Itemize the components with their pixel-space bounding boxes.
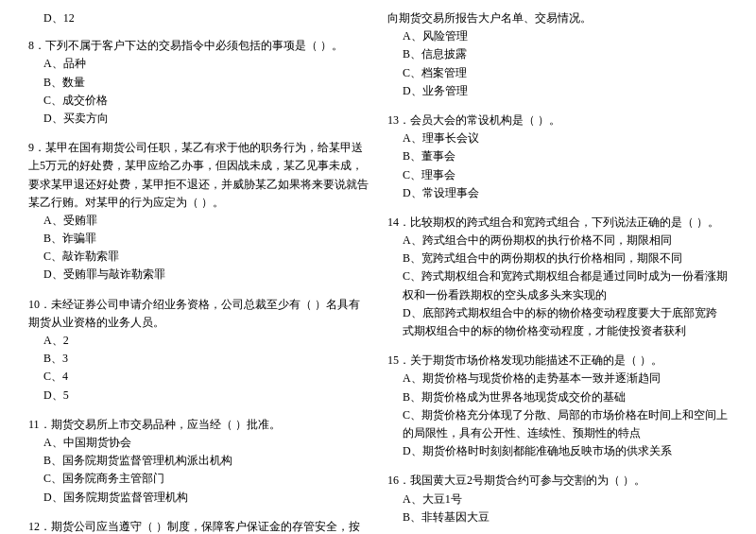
q10-opt-d: D、5 (28, 387, 369, 405)
q15-opt-b: B、期货价格成为世界各地现货成交价的基础 (387, 388, 728, 406)
q10-opt-c: C、4 (28, 368, 369, 386)
q8-text: 8．下列不属于客户下达的交易指令中必须包括的事项是（ ）。 (28, 37, 369, 55)
q15-text: 15．关于期货市场价格发现功能描述不正确的是（ ）。 (387, 352, 728, 370)
q8-opt-b: B、数量 (28, 74, 369, 92)
q12-opt-c: C、档案管理 (387, 64, 728, 82)
q16-text: 16．我国黄大豆2号期货合约可参与交割的为（ ）。 (387, 472, 728, 490)
q8-opt-a: A、品种 (28, 55, 369, 73)
question-13: 13．会员大会的常设机构是（ ）。 A、理事长会议 B、董事会 C、理事会 D、… (387, 112, 728, 202)
q15-opt-a: A、期货价格与现货价格的走势基本一致并逐渐趋同 (387, 370, 728, 388)
q14-opt-d: D、底部跨式期权组合中的标的物价格变动程度要大于底部宽跨式期权组合中的标的物价格… (387, 304, 728, 340)
q15-opt-d: D、期货价格时时刻刻都能准确地反映市场的供求关系 (387, 442, 728, 460)
q9-opt-b: B、诈骗罪 (28, 230, 369, 248)
question-9: 9．某甲在国有期货公司任职，某乙有求于他的职务行为，给某甲送上5万元的好处费，某… (28, 139, 369, 284)
q16-opt-b: B、非转基因大豆 (387, 508, 728, 526)
question-11: 11．期货交易所上市交易品种，应当经（ ）批准。 A、中国期货协会 B、国务院期… (28, 416, 369, 507)
item-d-prev: D、12 (28, 9, 369, 27)
q9-opt-d: D、受贿罪与敲诈勒索罪 (28, 266, 369, 284)
q12-opt-d: D、业务管理 (387, 82, 728, 100)
question-12-continued: 向期货交易所报告大户名单、交易情况。 A、风险管理 B、信息披露 C、档案管理 … (387, 9, 728, 100)
q16-opt-a: A、大豆1号 (387, 491, 728, 508)
q11-opt-d: D、国务院期货监督管理机构 (28, 489, 369, 507)
q14-opt-c: C、跨式期权组合和宽跨式期权组合都是通过同时成为一份看涨期权和一份看跌期权的空头… (387, 267, 728, 303)
q8-opt-d: D、买卖方向 (28, 110, 369, 128)
q8-opt-c: C、成交价格 (28, 92, 369, 110)
q11-opt-a: A、中国期货协会 (28, 434, 369, 452)
q10-text: 10．未经证券公司申请介绍业务资格，公司总裁至少有（ ）名具有期货从业资格的业务… (28, 296, 369, 332)
question-15: 15．关于期货市场价格发现功能描述不正确的是（ ）。 A、期货价格与现货价格的走… (387, 352, 728, 460)
q11-opt-c: C、国务院商务主管部门 (28, 470, 369, 488)
right-column: 向期货交易所报告大户名单、交易情况。 A、风险管理 B、信息披露 C、档案管理 … (387, 9, 728, 534)
q12-text: 12．期货公司应当遵守（ ）制度，保障客户保证金的存管安全，按照期货交易所的规定… (28, 518, 369, 534)
q14-opt-b: B、宽跨式组合中的两份期权的执行价格相同，期限不同 (387, 250, 728, 267)
question-8: 8．下列不属于客户下达的交易指令中必须包括的事项是（ ）。 A、品种 B、数量 … (28, 37, 369, 128)
question-14: 14．比较期权的跨式组合和宽跨式组合，下列说法正确的是（ ）。 A、跨式组合中的… (387, 214, 728, 340)
page-content: D、12 8．下列不属于客户下达的交易指令中必须包括的事项是（ ）。 A、品种 … (28, 9, 728, 534)
q11-opt-b: B、国务院期货监督管理机构派出机构 (28, 452, 369, 470)
question-10: 10．未经证券公司申请介绍业务资格，公司总裁至少有（ ）名具有期货从业资格的业务… (28, 296, 369, 405)
q10-opt-b: B、3 (28, 350, 369, 368)
q9-opt-a: A、受贿罪 (28, 212, 369, 230)
q13-text: 13．会员大会的常设机构是（ ）。 (387, 112, 728, 129)
q12-cont-text: 向期货交易所报告大户名单、交易情况。 (387, 9, 728, 27)
q12-opt-a: A、风险管理 (387, 27, 728, 45)
left-column: D、12 8．下列不属于客户下达的交易指令中必须包括的事项是（ ）。 A、品种 … (28, 9, 369, 534)
q13-opt-a: A、理事长会议 (387, 129, 728, 147)
q11-text: 11．期货交易所上市交易品种，应当经（ ）批准。 (28, 416, 369, 434)
q9-opt-c: C、敲诈勒索罪 (28, 248, 369, 266)
question-12: 12．期货公司应当遵守（ ）制度，保障客户保证金的存管安全，按照期货交易所的规定… (28, 518, 369, 534)
question-16: 16．我国黄大豆2号期货合约可参与交割的为（ ）。 A、大豆1号 B、非转基因大… (387, 472, 728, 526)
q12-opt-b: B、信息披露 (387, 45, 728, 63)
option-d-12: D、12 (28, 9, 369, 27)
q9-text: 9．某甲在国有期货公司任职，某乙有求于他的职务行为，给某甲送上5万元的好处费，某… (28, 139, 369, 212)
q14-opt-a: A、跨式组合中的两份期权的执行价格不同，期限相同 (387, 232, 728, 250)
q10-opt-a: A、2 (28, 332, 369, 350)
q15-opt-c: C、期货价格充分体现了分散、局部的市场价格在时间上和空间上的局限性，具有公开性、… (387, 406, 728, 442)
q13-opt-d: D、常设理事会 (387, 184, 728, 202)
q13-opt-c: C、理事会 (387, 166, 728, 184)
q13-opt-b: B、董事会 (387, 147, 728, 165)
q14-text: 14．比较期权的跨式组合和宽跨式组合，下列说法正确的是（ ）。 (387, 214, 728, 232)
